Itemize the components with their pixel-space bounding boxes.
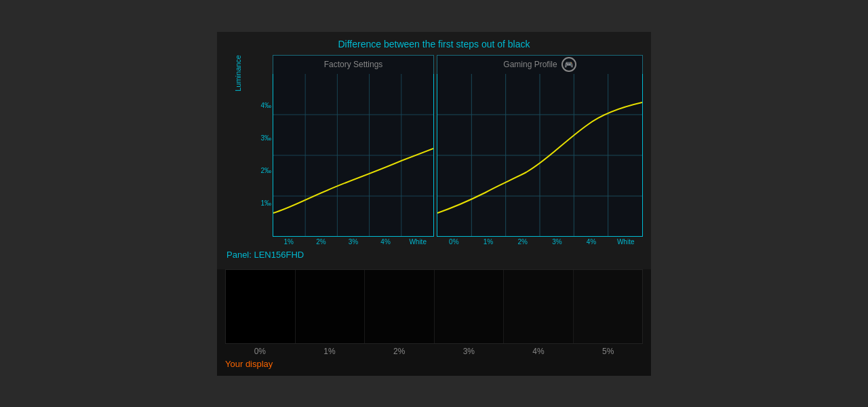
x-label-1pct-r: 1% <box>471 238 506 246</box>
left-grid <box>273 74 434 237</box>
main-container: Difference between the first steps out o… <box>217 32 651 376</box>
disp-label-1: 1% <box>295 347 365 356</box>
x-label-3pct: 3% <box>337 238 370 246</box>
y-tick-3: 3‰ <box>260 134 271 142</box>
y-tick-1: 1‰ <box>260 199 271 207</box>
display-section: 0% 1% 2% 3% 4% 5% Your display <box>217 269 651 376</box>
your-display-label: Your display <box>225 359 643 369</box>
disp-label-5: 5% <box>573 347 643 356</box>
x-label-4pct: 4% <box>370 238 402 246</box>
display-strip <box>225 269 643 344</box>
right-grid <box>437 74 643 237</box>
y-tick-2: 2‰ <box>260 167 271 174</box>
right-chart-inner: Gaming Profile 🎮 <box>434 55 643 246</box>
segment-0 <box>226 270 296 343</box>
disp-label-4: 4% <box>504 347 574 356</box>
gaming-icon: 🎮 <box>561 57 576 72</box>
x-label-1pct: 1% <box>273 238 305 246</box>
disp-label-3: 3% <box>434 347 504 356</box>
left-chart: Luminance 4‰ 3‰ 2‰ 1‰ Factor <box>225 55 434 246</box>
left-grid-wrap: Factory Settings <box>273 55 434 246</box>
x-label-white-r: White <box>608 238 643 246</box>
x-label-3pct-r: 3% <box>540 238 574 246</box>
panel-info: Panel: LEN156FHD <box>225 250 643 260</box>
segment-2 <box>365 270 435 343</box>
disp-label-0: 0% <box>225 347 295 356</box>
factory-settings-label: Factory Settings <box>273 55 434 74</box>
y-tick-4: 4‰ <box>260 102 271 109</box>
right-chart-svg <box>437 74 642 237</box>
disp-label-2: 2% <box>364 347 434 356</box>
y-ticks: 4‰ 3‰ 2‰ 1‰ <box>251 55 273 246</box>
display-x-labels: 0% 1% 2% 3% 4% 5% <box>225 347 643 356</box>
x-label-0pct: 0% <box>437 238 471 246</box>
left-x-labels: 1% 2% 3% 4% White <box>273 238 434 246</box>
chart-section: Difference between the first steps out o… <box>217 32 651 264</box>
x-label-2pct-r: 2% <box>505 238 540 246</box>
right-x-labels: 0% 1% 2% 3% 4% White <box>437 238 643 246</box>
chart-title: Difference between the first steps out o… <box>225 39 643 50</box>
segment-1 <box>296 270 366 343</box>
segment-4 <box>504 270 574 343</box>
y-axis-label: Luminance <box>234 55 242 112</box>
segment-5 <box>574 270 643 343</box>
x-label-white: White <box>401 238 434 246</box>
charts-row: Luminance 4‰ 3‰ 2‰ 1‰ Factor <box>225 55 643 246</box>
left-chart-inner: Luminance 4‰ 3‰ 2‰ 1‰ Factor <box>225 55 434 246</box>
x-label-4pct-r: 4% <box>574 238 609 246</box>
right-chart: Gaming Profile 🎮 <box>434 55 643 246</box>
gaming-profile-label: Gaming Profile 🎮 <box>437 55 643 74</box>
left-chart-svg <box>273 74 433 237</box>
right-grid-wrap: Gaming Profile 🎮 <box>437 55 643 246</box>
segment-3 <box>435 270 505 343</box>
x-label-2pct: 2% <box>305 238 338 246</box>
